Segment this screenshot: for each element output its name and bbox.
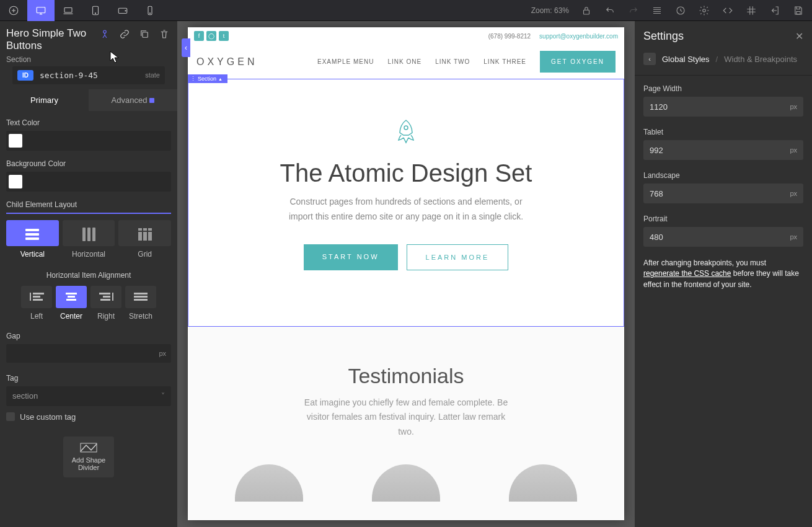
top-toolbar: Zoom: 63%: [0, 0, 812, 21]
child-layout-label: Child Element Layout: [6, 200, 171, 209]
svg-point-12: [104, 30, 107, 33]
tablet-label: Tablet: [643, 128, 803, 136]
instagram-icon[interactable]: ◯: [206, 31, 216, 41]
nav-link-1[interactable]: LINK ONE: [387, 58, 421, 65]
code-icon[interactable]: [722, 4, 734, 17]
selector-icon[interactable]: [98, 27, 112, 41]
state-label[interactable]: state: [145, 71, 160, 79]
canvas-area[interactable]: ‹ f ◯ t (678) 999-8212 support@oxygenbui…: [177, 21, 635, 527]
align-center-button[interactable]: [56, 286, 87, 308]
settings-icon[interactable]: [698, 4, 710, 17]
left-panel: Hero Simple Two Buttons Section ID secti…: [0, 21, 177, 527]
right-panel: Settings ✕ ‹ Global Styles / Width & Bre…: [635, 21, 812, 527]
svg-point-6: [125, 10, 126, 11]
breadcrumb-back-icon[interactable]: ‹: [643, 53, 656, 65]
tag-label: Tag: [6, 374, 171, 383]
svg-rect-13: [143, 32, 148, 37]
align-right-button[interactable]: [90, 286, 121, 308]
align-left-button[interactable]: [21, 286, 52, 308]
breadcrumb-current: Width & Breakpoints: [724, 55, 797, 64]
layout-horizontal-button[interactable]: [63, 220, 115, 246]
page-width-input[interactable]: 1120px: [643, 97, 803, 117]
nav-link-0[interactable]: EXAMPLE MENU: [317, 58, 374, 65]
align-stretch-button[interactable]: [125, 286, 156, 308]
structure-icon[interactable]: [651, 4, 663, 17]
grid-icon[interactable]: [745, 4, 757, 17]
start-now-button[interactable]: START NOW: [304, 244, 398, 270]
testimonials-section[interactable]: Testimonials Eat imagine you chiefly few…: [188, 327, 624, 520]
zoom-label[interactable]: Zoom: 63%: [531, 6, 569, 15]
nav-link-2[interactable]: LINK TWO: [435, 58, 470, 65]
learn-more-button[interactable]: LEARN MORE: [407, 244, 509, 270]
layout-vertical-button[interactable]: [6, 220, 59, 246]
phone-view-button[interactable]: [136, 0, 164, 21]
facebook-icon[interactable]: f: [194, 31, 204, 41]
history-icon[interactable]: [674, 4, 687, 17]
logo[interactable]: OXYGEN: [196, 56, 257, 68]
desktop-view-button[interactable]: [27, 0, 55, 21]
hero-description[interactable]: Construct pages from hundreds of section…: [288, 195, 524, 224]
contact-phone[interactable]: (678) 999-8212: [488, 33, 531, 40]
testimonials-title[interactable]: Testimonials: [200, 364, 612, 388]
use-custom-tag-row[interactable]: Use custom tag: [6, 412, 171, 422]
layout-grid-button[interactable]: [118, 220, 171, 246]
hero-section[interactable]: ⋮Section▲ The Atomic Design Set Construc…: [188, 79, 624, 327]
use-custom-tag-checkbox[interactable]: [6, 412, 15, 421]
nav-link-3[interactable]: LINK THREE: [483, 58, 526, 65]
redo-icon[interactable]: [627, 4, 640, 17]
layout-grid-label: Grid: [118, 250, 171, 259]
hero-title[interactable]: The Atomic Design Set: [201, 159, 611, 187]
layout-vertical-label: Vertical: [6, 250, 59, 259]
save-icon[interactable]: [792, 4, 805, 17]
breakpoint-note: After changing breakpoints, you must reg…: [635, 249, 812, 299]
testimonials-description[interactable]: Eat imagine you chiefly few and female c…: [301, 396, 511, 440]
avatar[interactable]: [235, 464, 303, 502]
cta-button[interactable]: GET OXYGEN: [540, 51, 616, 73]
landscape-label: Landscape: [643, 171, 803, 180]
tab-primary[interactable]: Primary: [0, 89, 89, 111]
link-icon[interactable]: [118, 27, 131, 41]
h-align-heading: Horizontal Item Alignment: [6, 271, 171, 280]
add-element-button[interactable]: [0, 0, 27, 21]
svg-point-4: [95, 12, 95, 13]
align-right-label: Right: [90, 312, 121, 321]
regenerate-cache-link[interactable]: regenerate the CSS cache: [643, 269, 731, 278]
align-center-label: Center: [56, 312, 87, 321]
tablet-input[interactable]: 992px: [643, 140, 803, 160]
tablet-landscape-view-button[interactable]: [109, 0, 136, 21]
avatar[interactable]: [509, 464, 577, 502]
canvas-collapse-handle[interactable]: ‹: [182, 38, 190, 57]
add-shape-divider-button[interactable]: Add Shape Divider: [63, 436, 114, 477]
landscape-input[interactable]: 768px: [643, 184, 803, 203]
bg-color-input[interactable]: [6, 172, 171, 192]
portrait-input[interactable]: 480px: [643, 227, 803, 247]
close-icon[interactable]: ✕: [795, 30, 803, 42]
breadcrumb: ‹ Global Styles / Width & Breakpoints: [635, 49, 812, 76]
breadcrumb-root[interactable]: Global Styles: [662, 55, 710, 64]
delete-icon[interactable]: [157, 27, 171, 41]
exit-icon[interactable]: [769, 4, 781, 17]
contact-email[interactable]: support@oxygenbuilder.com: [539, 33, 618, 40]
twitter-icon[interactable]: t: [219, 31, 229, 41]
page-width-label: Page Width: [643, 84, 803, 93]
undo-icon[interactable]: [604, 4, 616, 17]
id-badge: ID: [17, 70, 33, 81]
tag-select[interactable]: section: [6, 386, 171, 406]
settings-title: Settings: [643, 30, 684, 43]
svg-rect-2: [64, 7, 72, 12]
laptop-view-button[interactable]: [55, 0, 82, 21]
gap-input[interactable]: px: [6, 344, 171, 363]
text-color-input[interactable]: [6, 131, 171, 151]
svg-rect-9: [584, 10, 589, 14]
portrait-label: Portrait: [643, 215, 803, 223]
lock-icon[interactable]: [580, 4, 593, 17]
duplicate-icon[interactable]: [138, 27, 151, 41]
section-badge[interactable]: ⋮Section▲: [188, 74, 227, 83]
selector-name: section-9-45: [40, 71, 98, 80]
selector-input[interactable]: ID section-9-45 state: [12, 66, 165, 84]
bg-color-label: Background Color: [6, 159, 171, 168]
tab-advanced[interactable]: Advanced: [89, 89, 177, 111]
avatar[interactable]: [372, 464, 440, 502]
page-canvas[interactable]: ‹ f ◯ t (678) 999-8212 support@oxygenbui…: [188, 27, 624, 520]
tablet-view-button[interactable]: [82, 0, 109, 21]
